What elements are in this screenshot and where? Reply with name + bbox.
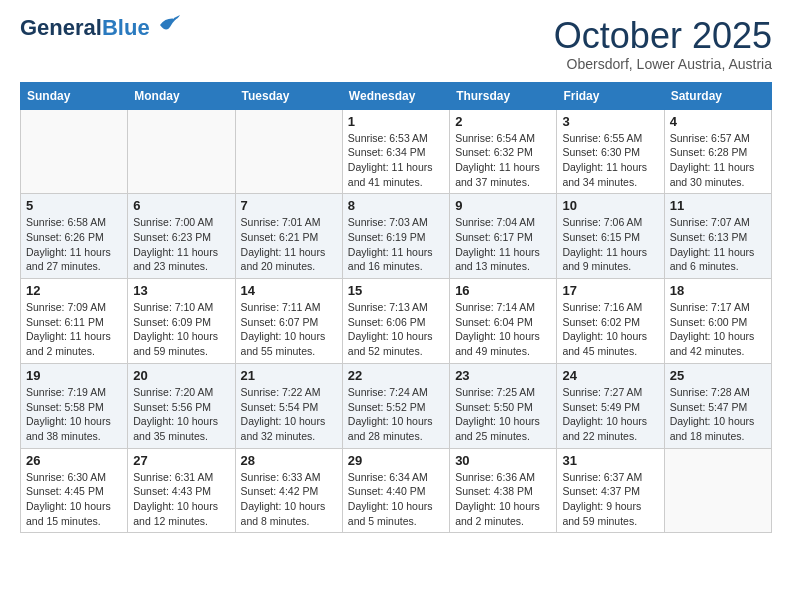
calendar-cell: 1Sunrise: 6:53 AM Sunset: 6:34 PM Daylig…	[342, 109, 449, 194]
calendar-cell: 27Sunrise: 6:31 AM Sunset: 4:43 PM Dayli…	[128, 448, 235, 533]
day-number: 29	[348, 453, 444, 468]
day-info: Sunrise: 6:57 AM Sunset: 6:28 PM Dayligh…	[670, 131, 766, 190]
bird-icon	[152, 15, 180, 35]
day-header-friday: Friday	[557, 82, 664, 109]
day-number: 13	[133, 283, 229, 298]
day-number: 3	[562, 114, 658, 129]
day-info: Sunrise: 7:01 AM Sunset: 6:21 PM Dayligh…	[241, 215, 337, 274]
calendar-week-row: 19Sunrise: 7:19 AM Sunset: 5:58 PM Dayli…	[21, 363, 772, 448]
day-number: 25	[670, 368, 766, 383]
calendar-cell: 31Sunrise: 6:37 AM Sunset: 4:37 PM Dayli…	[557, 448, 664, 533]
day-number: 15	[348, 283, 444, 298]
day-number: 7	[241, 198, 337, 213]
day-info: Sunrise: 7:20 AM Sunset: 5:56 PM Dayligh…	[133, 385, 229, 444]
day-header-thursday: Thursday	[450, 82, 557, 109]
day-info: Sunrise: 6:55 AM Sunset: 6:30 PM Dayligh…	[562, 131, 658, 190]
title-block: October 2025 Obersdorf, Lower Austria, A…	[554, 16, 772, 72]
calendar-cell: 16Sunrise: 7:14 AM Sunset: 6:04 PM Dayli…	[450, 279, 557, 364]
day-number: 31	[562, 453, 658, 468]
calendar-cell: 6Sunrise: 7:00 AM Sunset: 6:23 PM Daylig…	[128, 194, 235, 279]
day-number: 19	[26, 368, 122, 383]
calendar-cell	[21, 109, 128, 194]
calendar-cell: 22Sunrise: 7:24 AM Sunset: 5:52 PM Dayli…	[342, 363, 449, 448]
day-info: Sunrise: 7:10 AM Sunset: 6:09 PM Dayligh…	[133, 300, 229, 359]
logo: GeneralBlue	[20, 16, 180, 40]
calendar-cell: 25Sunrise: 7:28 AM Sunset: 5:47 PM Dayli…	[664, 363, 771, 448]
logo-blue: Blue	[102, 15, 150, 40]
month-title: October 2025	[554, 16, 772, 56]
calendar-cell: 9Sunrise: 7:04 AM Sunset: 6:17 PM Daylig…	[450, 194, 557, 279]
calendar-cell: 28Sunrise: 6:33 AM Sunset: 4:42 PM Dayli…	[235, 448, 342, 533]
day-info: Sunrise: 6:30 AM Sunset: 4:45 PM Dayligh…	[26, 470, 122, 529]
day-info: Sunrise: 7:27 AM Sunset: 5:49 PM Dayligh…	[562, 385, 658, 444]
calendar-cell: 19Sunrise: 7:19 AM Sunset: 5:58 PM Dayli…	[21, 363, 128, 448]
day-number: 9	[455, 198, 551, 213]
day-number: 14	[241, 283, 337, 298]
calendar-cell: 23Sunrise: 7:25 AM Sunset: 5:50 PM Dayli…	[450, 363, 557, 448]
day-info: Sunrise: 7:19 AM Sunset: 5:58 PM Dayligh…	[26, 385, 122, 444]
day-number: 5	[26, 198, 122, 213]
day-info: Sunrise: 7:22 AM Sunset: 5:54 PM Dayligh…	[241, 385, 337, 444]
day-number: 23	[455, 368, 551, 383]
day-info: Sunrise: 6:37 AM Sunset: 4:37 PM Dayligh…	[562, 470, 658, 529]
day-header-tuesday: Tuesday	[235, 82, 342, 109]
day-info: Sunrise: 7:13 AM Sunset: 6:06 PM Dayligh…	[348, 300, 444, 359]
day-info: Sunrise: 6:53 AM Sunset: 6:34 PM Dayligh…	[348, 131, 444, 190]
calendar-cell: 7Sunrise: 7:01 AM Sunset: 6:21 PM Daylig…	[235, 194, 342, 279]
day-number: 12	[26, 283, 122, 298]
day-number: 24	[562, 368, 658, 383]
day-info: Sunrise: 7:17 AM Sunset: 6:00 PM Dayligh…	[670, 300, 766, 359]
day-header-monday: Monday	[128, 82, 235, 109]
day-number: 27	[133, 453, 229, 468]
calendar-table: SundayMondayTuesdayWednesdayThursdayFrid…	[20, 82, 772, 534]
day-header-saturday: Saturday	[664, 82, 771, 109]
logo-general: General	[20, 15, 102, 40]
day-info: Sunrise: 6:34 AM Sunset: 4:40 PM Dayligh…	[348, 470, 444, 529]
calendar-cell: 24Sunrise: 7:27 AM Sunset: 5:49 PM Dayli…	[557, 363, 664, 448]
day-number: 18	[670, 283, 766, 298]
day-info: Sunrise: 6:58 AM Sunset: 6:26 PM Dayligh…	[26, 215, 122, 274]
day-info: Sunrise: 7:00 AM Sunset: 6:23 PM Dayligh…	[133, 215, 229, 274]
day-info: Sunrise: 7:07 AM Sunset: 6:13 PM Dayligh…	[670, 215, 766, 274]
calendar-cell	[664, 448, 771, 533]
day-number: 8	[348, 198, 444, 213]
calendar-cell: 12Sunrise: 7:09 AM Sunset: 6:11 PM Dayli…	[21, 279, 128, 364]
day-number: 30	[455, 453, 551, 468]
calendar-week-row: 12Sunrise: 7:09 AM Sunset: 6:11 PM Dayli…	[21, 279, 772, 364]
day-info: Sunrise: 7:03 AM Sunset: 6:19 PM Dayligh…	[348, 215, 444, 274]
calendar-cell: 21Sunrise: 7:22 AM Sunset: 5:54 PM Dayli…	[235, 363, 342, 448]
day-info: Sunrise: 6:36 AM Sunset: 4:38 PM Dayligh…	[455, 470, 551, 529]
logo-text: GeneralBlue	[20, 16, 150, 40]
calendar-header-row: SundayMondayTuesdayWednesdayThursdayFrid…	[21, 82, 772, 109]
calendar-cell: 4Sunrise: 6:57 AM Sunset: 6:28 PM Daylig…	[664, 109, 771, 194]
calendar-cell: 26Sunrise: 6:30 AM Sunset: 4:45 PM Dayli…	[21, 448, 128, 533]
day-info: Sunrise: 7:16 AM Sunset: 6:02 PM Dayligh…	[562, 300, 658, 359]
calendar-week-row: 26Sunrise: 6:30 AM Sunset: 4:45 PM Dayli…	[21, 448, 772, 533]
day-info: Sunrise: 6:54 AM Sunset: 6:32 PM Dayligh…	[455, 131, 551, 190]
calendar-week-row: 1Sunrise: 6:53 AM Sunset: 6:34 PM Daylig…	[21, 109, 772, 194]
calendar-cell: 18Sunrise: 7:17 AM Sunset: 6:00 PM Dayli…	[664, 279, 771, 364]
day-number: 16	[455, 283, 551, 298]
day-number: 28	[241, 453, 337, 468]
header: GeneralBlue October 2025 Obersdorf, Lowe…	[20, 16, 772, 72]
day-number: 22	[348, 368, 444, 383]
day-info: Sunrise: 7:28 AM Sunset: 5:47 PM Dayligh…	[670, 385, 766, 444]
calendar-cell: 13Sunrise: 7:10 AM Sunset: 6:09 PM Dayli…	[128, 279, 235, 364]
day-info: Sunrise: 7:25 AM Sunset: 5:50 PM Dayligh…	[455, 385, 551, 444]
calendar-cell: 2Sunrise: 6:54 AM Sunset: 6:32 PM Daylig…	[450, 109, 557, 194]
calendar-cell: 29Sunrise: 6:34 AM Sunset: 4:40 PM Dayli…	[342, 448, 449, 533]
day-info: Sunrise: 7:11 AM Sunset: 6:07 PM Dayligh…	[241, 300, 337, 359]
calendar-cell: 30Sunrise: 6:36 AM Sunset: 4:38 PM Dayli…	[450, 448, 557, 533]
day-number: 1	[348, 114, 444, 129]
day-info: Sunrise: 6:33 AM Sunset: 4:42 PM Dayligh…	[241, 470, 337, 529]
day-number: 11	[670, 198, 766, 213]
calendar-week-row: 5Sunrise: 6:58 AM Sunset: 6:26 PM Daylig…	[21, 194, 772, 279]
day-number: 4	[670, 114, 766, 129]
calendar-cell	[235, 109, 342, 194]
calendar-cell: 5Sunrise: 6:58 AM Sunset: 6:26 PM Daylig…	[21, 194, 128, 279]
day-number: 17	[562, 283, 658, 298]
calendar-cell: 15Sunrise: 7:13 AM Sunset: 6:06 PM Dayli…	[342, 279, 449, 364]
calendar-page: GeneralBlue October 2025 Obersdorf, Lowe…	[0, 0, 792, 549]
day-number: 20	[133, 368, 229, 383]
day-number: 26	[26, 453, 122, 468]
